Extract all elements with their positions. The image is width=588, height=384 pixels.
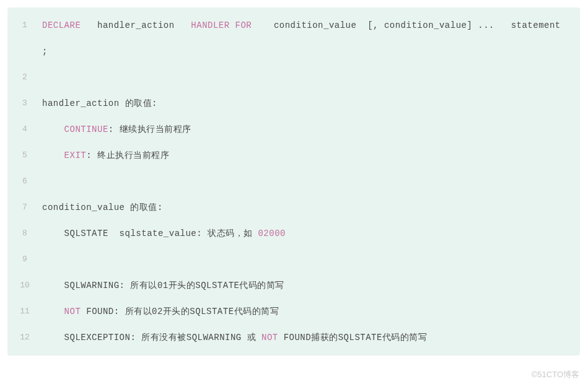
keyword-token: DECLARE — [42, 20, 81, 30]
line-number: 4 — [7, 116, 42, 142]
line-number: 12 — [7, 325, 42, 351]
line-number: 6 — [7, 168, 42, 194]
keyword-token: FOR — [235, 20, 252, 30]
line-number: 8 — [7, 220, 42, 247]
line-number: 1 — [7, 12, 42, 38]
text-token: SQLEXCEPTION: 所有没有被SQLWARNING 或 — [42, 333, 261, 343]
code-line: 3handler_action 的取值: — [7, 90, 580, 116]
line-content: SQLSTATE sqlstate_value: 状态码，如 02000 — [42, 220, 580, 247]
text-token: FOUND捕获的SQLSTATE代码的简写 — [278, 333, 428, 343]
code-line: 11 NOT FOUND: 所有以02开头的SQLSTATE代码的简写 — [7, 299, 580, 325]
line-content: DECLARE handler_action HANDLER FOR condi… — [42, 12, 580, 64]
line-number: 7 — [7, 194, 42, 220]
code-block: 1DECLARE handler_action HANDLER FOR cond… — [7, 7, 580, 356]
code-line: 9 — [7, 247, 580, 273]
code-line: 4 CONTINUE: 继续执行当前程序 — [7, 116, 580, 142]
code-line: 1DECLARE handler_action HANDLER FOR cond… — [7, 12, 580, 64]
keyword-token: NOT — [64, 307, 81, 316]
text-token: handler_action — [81, 20, 191, 30]
code-line: 8 SQLSTATE sqlstate_value: 状态码，如 02000 — [7, 220, 580, 247]
line-number: 11 — [7, 299, 42, 325]
code-line: 12 SQLEXCEPTION: 所有没有被SQLWARNING 或 NOT F… — [7, 325, 580, 351]
line-content: SQLWARNING: 所有以01开头的SQLSTATE代码的简写 — [42, 273, 580, 299]
line-number: 2 — [7, 64, 42, 90]
line-number: 3 — [7, 90, 42, 116]
line-content: NOT FOUND: 所有以02开头的SQLSTATE代码的简写 — [42, 299, 580, 325]
line-content: EXIT: 终止执行当前程序 — [42, 142, 580, 168]
code-line: 10 SQLWARNING: 所有以01开头的SQLSTATE代码的简写 — [7, 273, 580, 299]
keyword-token: HANDLER — [191, 20, 229, 30]
line-number: 10 — [7, 273, 42, 299]
keyword-token: 02000 — [258, 229, 286, 238]
line-content: condition_value 的取值: — [42, 194, 580, 220]
text-token: SQLSTATE sqlstate_value: 状态码，如 — [42, 229, 258, 238]
keyword-token: EXIT — [64, 151, 87, 160]
watermark-text: ©51CTO博客 — [532, 369, 579, 380]
code-line: 5 EXIT: 终止执行当前程序 — [7, 142, 580, 168]
line-number: 5 — [7, 142, 42, 168]
text-token — [230, 20, 235, 30]
text-token: FOUND: 所有以02开头的SQLSTATE代码的简写 — [81, 307, 279, 316]
keyword-token: CONTINUE — [64, 124, 108, 134]
text-token: SQLWARNING: 所有以01开头的SQLSTATE代码的简写 — [42, 281, 284, 290]
text-token: : 终止执行当前程序 — [86, 151, 169, 160]
line-content: CONTINUE: 继续执行当前程序 — [42, 116, 580, 142]
text-token: handler_action 的取值: — [42, 98, 163, 108]
line-content: SQLEXCEPTION: 所有没有被SQLWARNING 或 NOT FOUN… — [42, 325, 580, 351]
code-line: 6 — [7, 168, 580, 194]
text-token — [42, 307, 64, 316]
text-token — [42, 124, 64, 134]
text-token: condition_value 的取值: — [42, 203, 169, 212]
keyword-token: NOT — [261, 333, 278, 343]
line-number: 9 — [7, 247, 42, 273]
code-line: 2 — [7, 64, 580, 90]
text-token — [42, 151, 64, 160]
text-token: : 继续执行当前程序 — [108, 124, 191, 134]
line-content: handler_action 的取值: — [42, 90, 580, 116]
code-line: 7condition_value 的取值: — [7, 194, 580, 220]
